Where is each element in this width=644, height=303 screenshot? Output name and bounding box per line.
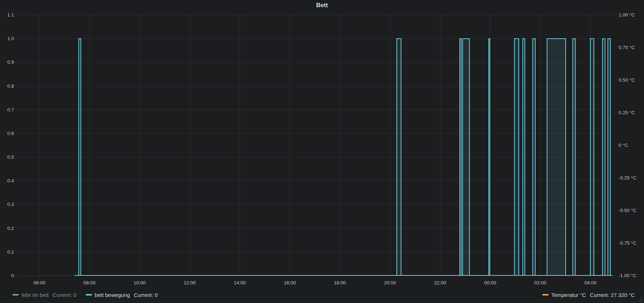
x-axis: 06:0008:0010:0012:0014:0016:0018:0020:00… [27,275,613,288]
y-tick-mark-right [613,80,616,80]
series-pulse [602,38,605,275]
legend-series-name[interactable]: felix im bett [21,292,49,298]
legend-current-value: Current: 0 [53,292,77,298]
y-tick-mark-left [15,157,27,157]
legend-left-group: felix im bett Current: 0 bett bewegung C… [13,292,158,298]
y-tick-label-right: -1.00 °C [619,273,636,278]
panel-title[interactable]: Bett [0,0,644,11]
y-tick-mark-left [15,38,27,39]
y-tick-label-left: 0.2 [7,225,14,231]
x-tick-label: 22:00 [434,280,446,285]
y-tick-mark-left [15,252,27,252]
x-tick-mark [39,275,40,278]
y-tick-label-left: 0.8 [7,83,14,88]
y-tick-mark-right [613,210,616,211]
gridline-vertical [540,15,541,275]
plot-area[interactable] [27,15,613,276]
x-tick-label: 18:00 [334,280,346,285]
x-tick-mark [540,275,541,278]
y-tick-mark-left [15,181,27,181]
legend-item-bett-bewegung: bett bewegung Current: 0 [86,292,158,298]
y-tick-mark-left [15,86,27,86]
legend-series-name[interactable]: Temperatur °C [551,292,586,298]
series-pulse [396,38,401,275]
y-tick-mark-right [613,112,616,113]
y-tick-label-left: 0.5 [7,154,14,160]
y-tick-mark-left [15,228,27,229]
x-tick-label: 10:00 [133,280,146,285]
y-tick-mark-left [15,110,27,110]
legend-series-name[interactable]: bett bewegung [95,292,130,298]
x-tick-label: 14:00 [234,280,246,285]
x-tick-label: 06:00 [33,280,45,285]
y-tick-mark-left [15,133,27,134]
gridline-vertical [440,15,440,275]
y-tick-label-left: 1.0 [7,36,14,41]
x-tick-mark [290,275,290,278]
bottom-strip [0,300,644,303]
x-tick-label: 08:00 [83,280,96,285]
gridline-vertical [240,15,240,275]
gridline-horizontal [27,15,613,15]
y-tick-mark-right [613,145,616,145]
gridline-vertical [390,15,390,275]
x-tick-mark [240,275,240,278]
y-tick-label-left: 0 [11,273,14,278]
gridline-vertical [190,15,190,275]
series-pulse [590,38,594,275]
y-tick-label-left: 0.9 [7,59,14,65]
x-tick-label: 04:00 [584,280,596,285]
legend-item-felix-im-bett: felix im bett Current: 0 [13,292,77,298]
series-pulse [459,38,462,275]
y-tick-label-right: 0.50 °C [619,77,635,83]
y-tick-label-right: -0.50 °C [619,208,636,213]
y-tick-label-left: 1.1 [7,12,14,18]
series-color-dash-blue [86,294,92,295]
x-tick-label: 02:00 [534,280,546,285]
series-pulse [572,38,576,275]
x-tick-label: 00:00 [484,280,496,285]
y-tick-mark-left [15,204,27,205]
legend-current-value: Current: 27.320 °C [590,292,635,298]
series-pulse [78,38,81,275]
y-tick-mark-left [15,62,27,62]
series-color-dash-yellow [542,294,548,295]
y-tick-mark-right [613,15,616,15]
x-tick-label: 12:00 [184,280,196,285]
gridline-vertical [39,15,40,275]
y-tick-label-right: -0.75 °C [619,240,636,246]
y-tick-label-left: 0.3 [7,202,14,207]
y-tick-label-left: 0.1 [7,249,14,254]
y-axis-left: 1.11.00.90.80.70.60.50.40.30.20.10 [0,15,27,275]
y-tick-label-right: 0.75 °C [619,45,635,50]
x-tick-mark [89,275,90,278]
y-tick-label-left: 0.7 [7,107,14,112]
gridline-vertical [89,15,90,275]
x-tick-mark [590,275,591,278]
y-tick-mark-left [15,15,27,15]
x-tick-mark [140,275,140,278]
legend-current-value: Current: 0 [134,292,158,298]
gridline-vertical [490,15,491,275]
y-tick-mark-left [15,275,27,276]
series-color-dash-green [13,294,19,295]
legend-right-group: Temperatur °C Current: 27.320 °C [542,292,635,298]
series-pulse [488,38,490,275]
panel-resize-handle[interactable] [638,297,643,302]
y-tick-mark-right [613,47,616,48]
gridline-vertical [140,15,140,275]
y-tick-label-right: -0.25 °C [619,175,636,181]
x-tick-mark [490,275,491,278]
y-axis-right: 1.00 °C0.75 °C0.50 °C0.25 °C0 °C-0.25 °C… [613,15,644,275]
y-tick-mark-right [613,178,616,178]
gridline-vertical [340,15,340,275]
series-pulse [462,38,470,275]
y-tick-label-right: 1.00 °C [619,12,635,18]
series-pulse [547,38,566,275]
legend-item-temperatur: Temperatur °C Current: 27.320 °C [542,292,635,298]
gridline-vertical [290,15,290,275]
y-tick-label-left: 0.4 [7,178,14,183]
x-tick-label: 20:00 [384,280,396,285]
y-tick-mark-right [613,243,616,243]
x-tick-mark [390,275,390,278]
